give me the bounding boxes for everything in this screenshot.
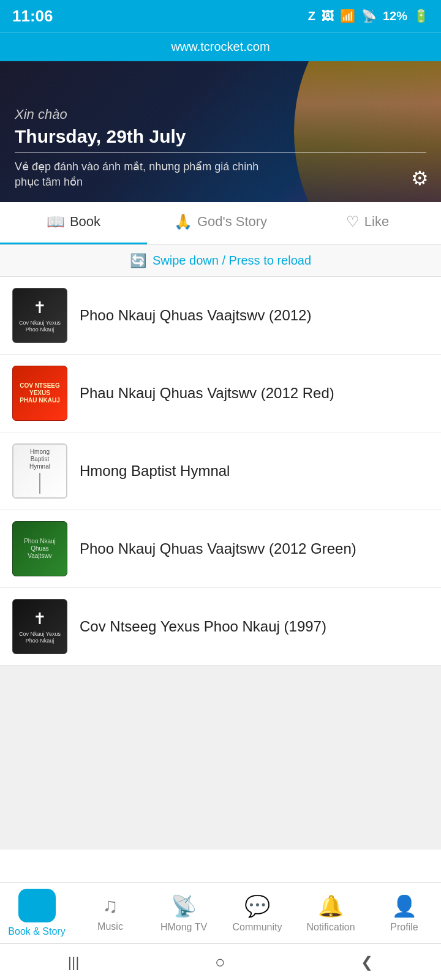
- book-cover-3: HmongBaptistHymnal: [12, 443, 67, 499]
- book-item[interactable]: ✝ Cov Nkauj YexusPhoo Nkauj Cov Ntseeg Y…: [0, 588, 441, 666]
- wifi-icon: 📶: [340, 9, 355, 23]
- nav-item-notification[interactable]: 🔔 Notification: [294, 889, 368, 938]
- cover-text-2: COV NTSEEGYEXUSPHAU NKAUJ: [20, 382, 60, 404]
- tabs-bar: 📖 Book 🙏 God's Story ♡ Like: [0, 202, 441, 245]
- reload-icon: 🔄: [130, 253, 146, 269]
- gods-story-tab-icon: 🙏: [174, 213, 192, 230]
- book-title-5: Cov Ntseeg Yexus Phoo Nkauj (1997): [80, 617, 326, 636]
- book-cover-1: ✝ Cov Nkauj YexusPhoo Nkauj: [12, 288, 67, 343]
- book-list: ✝ Cov Nkauj YexusPhoo Nkauj Phoo Nkauj Q…: [0, 277, 441, 948]
- battery-icon: 🔋: [413, 9, 429, 23]
- hero-content: Xin chào Thursday, 29th July Vẻ đẹp đánh…: [15, 107, 426, 190]
- book-tab-icon: 📖: [47, 213, 65, 230]
- book-item[interactable]: ✝ Cov Nkauj YexusPhoo Nkauj Phoo Nkauj Q…: [0, 277, 441, 355]
- status-time: 11:06: [12, 7, 53, 26]
- gods-story-tab-label: God's Story: [197, 214, 267, 230]
- book-story-icon: ✝: [29, 895, 45, 916]
- signal-icon: 📡: [361, 9, 377, 23]
- book-title-2: Phau Nkauj Qhuas Vajtswv (2012 Red): [80, 383, 334, 402]
- book-tab-label: Book: [70, 214, 100, 230]
- notification-icon: 🔔: [318, 894, 344, 918]
- book-title-4: Phoo Nkauj Qhuas Vaajtswv (2012 Green): [80, 539, 356, 558]
- url-text: www.tcrocket.com: [171, 40, 270, 54]
- book-item[interactable]: HmongBaptistHymnal Hmong Baptist Hymnal: [0, 432, 441, 510]
- profile-icon: 👤: [391, 894, 417, 918]
- sys-nav-back[interactable]: ❮: [361, 954, 373, 971]
- music-icon: ♫: [102, 894, 118, 918]
- like-tab-icon: ♡: [346, 213, 360, 230]
- cross-icon-1: ✝: [33, 298, 47, 317]
- swipe-reload-bar[interactable]: 🔄 Swipe down / Press to reload: [0, 245, 441, 277]
- tab-like[interactable]: ♡ Like: [294, 202, 441, 244]
- nav-item-community[interactable]: 💬 Community: [221, 889, 294, 938]
- book-item[interactable]: COV NTSEEGYEXUSPHAU NKAUJ Phau Nkauj Qhu…: [0, 355, 441, 432]
- tab-book[interactable]: 📖 Book: [0, 202, 147, 244]
- tab-gods-story[interactable]: 🙏 God's Story: [147, 202, 294, 244]
- nav-label-music: Music: [97, 921, 123, 932]
- empty-content-area: [0, 666, 441, 850]
- hero-banner: Xin chào Thursday, 29th July Vẻ đẹp đánh…: [0, 61, 441, 202]
- swipe-text: Swipe down / Press to reload: [153, 254, 311, 268]
- nav-item-profile[interactable]: 👤 Profile: [368, 889, 441, 938]
- bottom-nav: ✝ Book & Story ♫ Music 📡 HMong TV 💬 Comm…: [0, 882, 441, 943]
- book-cover-4: Phoo NkaujQhuasVaajtswv: [12, 521, 67, 576]
- photo-icon: 🖼: [322, 9, 334, 23]
- cover-text-1: Cov Nkauj YexusPhoo Nkauj: [19, 320, 61, 333]
- sys-nav-recent[interactable]: |||: [68, 954, 80, 971]
- like-tab-label: Like: [364, 214, 389, 230]
- nav-item-hmong-tv[interactable]: 📡 HMong TV: [147, 889, 221, 938]
- cover-text-5: Cov Nkauj YexusPhoo Nkauj: [19, 631, 61, 644]
- hmong-tv-icon: 📡: [171, 894, 197, 918]
- nav-label-notification: Notification: [306, 922, 355, 933]
- status-icons: Z 🖼 📶 📡 12% 🔋: [308, 9, 429, 23]
- hero-quote: Vẻ đẹp đánh vào ánh mắt, nhưng phẩm giá …: [15, 159, 278, 190]
- nav-label-community: Community: [233, 922, 282, 933]
- nav-label-book-story: Book & Story: [8, 926, 65, 937]
- battery-text: 12%: [383, 9, 407, 23]
- hero-date: Thursday, 29th July: [15, 126, 426, 153]
- book-item[interactable]: Phoo NkaujQhuasVaajtswv Phoo Nkauj Qhuas…: [0, 510, 441, 588]
- system-nav-bar: ||| ○ ❮: [0, 943, 441, 980]
- url-bar[interactable]: www.tcrocket.com: [0, 32, 441, 61]
- book-cover-5: ✝ Cov Nkauj YexusPhoo Nkauj: [12, 599, 67, 654]
- book-title-3: Hmong Baptist Hymnal: [80, 461, 230, 480]
- cover-text-4: Phoo NkaujQhuasVaajtswv: [24, 538, 56, 560]
- nav-label-hmong-tv: HMong TV: [160, 922, 207, 933]
- status-bar: 11:06 Z 🖼 📶 📡 12% 🔋: [0, 0, 441, 32]
- cross-icon-5: ✝: [33, 609, 47, 628]
- nav-item-book-story[interactable]: ✝ Book & Story: [0, 884, 74, 942]
- book-story-icon-box: ✝: [18, 889, 56, 922]
- hero-greeting: Xin chào: [15, 107, 426, 123]
- nav-item-music[interactable]: ♫ Music: [74, 889, 147, 937]
- settings-button[interactable]: ⚙: [411, 167, 429, 190]
- book-cover-2: COV NTSEEGYEXUSPHAU NKAUJ: [12, 366, 67, 421]
- zalo-icon: Z: [308, 9, 315, 23]
- cover-text-3: HmongBaptistHymnal: [29, 448, 50, 470]
- community-icon: 💬: [244, 894, 270, 918]
- book-title-1: Phoo Nkauj Qhuas Vaajtswv (2012): [80, 306, 311, 325]
- sys-nav-home[interactable]: ○: [215, 952, 225, 972]
- nav-label-profile: Profile: [390, 922, 418, 933]
